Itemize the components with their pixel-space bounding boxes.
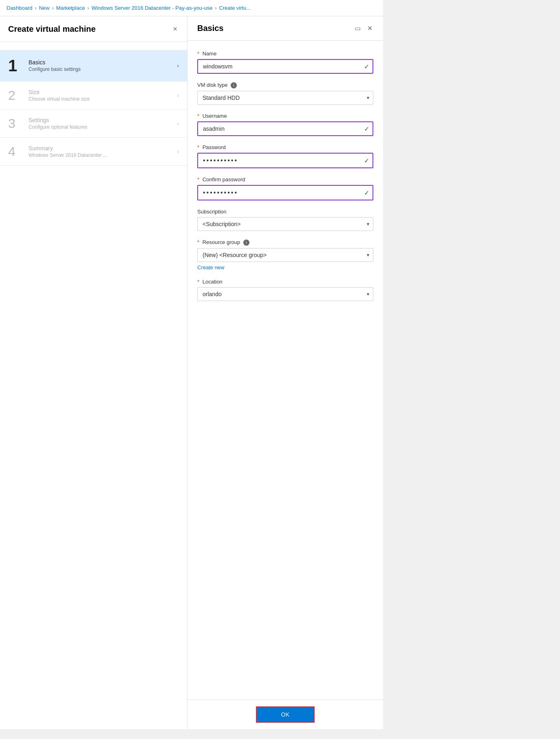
- header-icons: ▭ ✕: [354, 24, 373, 33]
- step-1-content: Basics Configure basic settings: [29, 59, 177, 72]
- vm-disk-type-info-icon[interactable]: i: [231, 82, 237, 88]
- left-panel: Create virtual machine × 1 Basics Config…: [0, 16, 187, 729]
- step-2-content: Size Choose virtual machine size: [29, 89, 177, 102]
- breadcrumb-product[interactable]: Windows Server 2016 Datacenter - Pay-as-…: [91, 5, 212, 11]
- name-label: * Name: [197, 51, 373, 57]
- password-check-icon: ✓: [364, 157, 369, 165]
- step-3-title: Settings: [29, 117, 177, 123]
- breadcrumb-sep-2: ›: [52, 5, 54, 11]
- breadcrumb-dashboard[interactable]: Dashboard: [7, 5, 33, 11]
- breadcrumb-sep-3: ›: [87, 5, 89, 11]
- breadcrumb-current: Create virtu...: [219, 5, 251, 11]
- breadcrumb-marketplace[interactable]: Marketplace: [56, 5, 85, 11]
- step-4-subtitle: Windows Server 2016 Datacenter ...: [29, 152, 177, 158]
- location-required-star: *: [197, 279, 199, 285]
- subscription-field-group: Subscription <Subscription> ▾: [197, 209, 373, 231]
- step-1-number: 1: [8, 57, 29, 74]
- password-input[interactable]: [197, 153, 373, 168]
- location-field-group: * Location orlando ▾: [197, 279, 373, 301]
- resource-group-label: * Resource group i: [197, 239, 373, 246]
- name-input[interactable]: [197, 59, 373, 74]
- confirm-password-field-group: * Confirm password ✓: [197, 176, 373, 200]
- step-4-content: Summary Windows Server 2016 Datacenter .…: [29, 145, 177, 158]
- username-label: * Username: [197, 113, 373, 119]
- step-2-arrow-icon: ›: [177, 92, 179, 99]
- step-2-number: 2: [8, 89, 29, 102]
- confirm-password-input-wrapper: ✓: [197, 185, 373, 200]
- name-required-star: *: [197, 51, 199, 57]
- right-panel: Basics ▭ ✕ * Name ✓ VM dis: [187, 16, 383, 729]
- vm-disk-type-select-wrapper: Standard HDD ▾: [197, 91, 373, 105]
- form-footer: OK: [187, 699, 383, 729]
- location-select-wrapper: orlando ▾: [197, 287, 373, 301]
- resource-group-select-wrapper: (New) <Resource group> ▾: [197, 248, 373, 262]
- confirm-password-label: * Confirm password: [197, 176, 373, 183]
- resource-group-required-star: *: [197, 239, 199, 245]
- create-vm-title: Create virtual machine: [8, 24, 96, 34]
- step-2-subtitle: Choose virtual machine size: [29, 96, 177, 102]
- vm-disk-type-select[interactable]: Standard HDD: [197, 91, 373, 105]
- step-4-summary[interactable]: 4 Summary Windows Server 2016 Datacenter…: [0, 138, 187, 166]
- left-panel-header: Create virtual machine ×: [0, 16, 187, 42]
- confirm-password-required-star: *: [197, 176, 199, 183]
- step-2-size[interactable]: 2 Size Choose virtual machine size ›: [0, 81, 187, 110]
- username-required-star: *: [197, 113, 199, 119]
- step-3-arrow-icon: ›: [177, 120, 179, 127]
- steps-list: 1 Basics Configure basic settings › 2 Si…: [0, 42, 187, 174]
- step-4-title: Summary: [29, 145, 177, 152]
- password-label: * Password: [197, 144, 373, 150]
- resource-group-field-group: * Resource group i (New) <Resource group…: [197, 239, 373, 271]
- step-1-arrow-icon: ›: [177, 62, 179, 69]
- left-panel-close-button[interactable]: ×: [171, 24, 179, 34]
- name-field-group: * Name ✓: [197, 51, 373, 74]
- breadcrumb-new[interactable]: New: [39, 5, 50, 11]
- step-3-number: 3: [8, 117, 29, 130]
- basics-title: Basics: [197, 24, 224, 33]
- name-input-wrapper: ✓: [197, 59, 373, 74]
- username-input-wrapper: ✓: [197, 121, 373, 136]
- step-1-basics[interactable]: 1 Basics Configure basic settings ›: [0, 50, 187, 81]
- step-4-arrow-icon: ›: [177, 148, 179, 155]
- resource-group-select[interactable]: (New) <Resource group>: [197, 248, 373, 262]
- location-select[interactable]: orlando: [197, 287, 373, 301]
- confirm-password-check-icon: ✓: [364, 189, 369, 197]
- confirm-password-input[interactable]: [197, 185, 373, 200]
- breadcrumb-sep-4: ›: [215, 5, 216, 11]
- step-3-subtitle: Configure optional features: [29, 124, 177, 130]
- password-input-wrapper: ✓: [197, 153, 373, 168]
- location-label: * Location: [197, 279, 373, 285]
- username-input[interactable]: [197, 121, 373, 136]
- vm-disk-type-label: VM disk type i: [197, 82, 373, 88]
- ok-button[interactable]: OK: [256, 706, 315, 723]
- subscription-select-wrapper: <Subscription> ▾: [197, 217, 373, 231]
- password-field-group: * Password ✓: [197, 144, 373, 168]
- vm-disk-type-group: VM disk type i Standard HDD ▾: [197, 82, 373, 105]
- subscription-select[interactable]: <Subscription>: [197, 217, 373, 231]
- maximize-button[interactable]: ▭: [354, 24, 362, 33]
- step-2-title: Size: [29, 89, 177, 95]
- resource-group-info-icon[interactable]: i: [243, 240, 249, 246]
- password-required-star: *: [197, 144, 199, 150]
- step-1-subtitle: Configure basic settings: [29, 66, 177, 72]
- step-4-number: 4: [8, 145, 29, 158]
- right-panel-header: Basics ▭ ✕: [187, 16, 383, 41]
- step-1-title: Basics: [29, 59, 177, 66]
- username-field-group: * Username ✓: [197, 113, 373, 136]
- right-panel-close-button[interactable]: ✕: [366, 24, 373, 33]
- create-new-resource-group-link[interactable]: Create new: [197, 264, 373, 271]
- step-3-settings[interactable]: 3 Settings Configure optional features ›: [0, 110, 187, 138]
- breadcrumb: Dashboard › New › Marketplace › Windows …: [0, 0, 383, 16]
- username-check-icon: ✓: [364, 125, 369, 133]
- name-check-icon: ✓: [364, 63, 369, 70]
- breadcrumb-sep-1: ›: [35, 5, 37, 11]
- main-container: Create virtual machine × 1 Basics Config…: [0, 16, 383, 729]
- form-content: * Name ✓ VM disk type i Standard HDD: [187, 41, 383, 699]
- subscription-label: Subscription: [197, 209, 373, 215]
- step-3-content: Settings Configure optional features: [29, 117, 177, 130]
